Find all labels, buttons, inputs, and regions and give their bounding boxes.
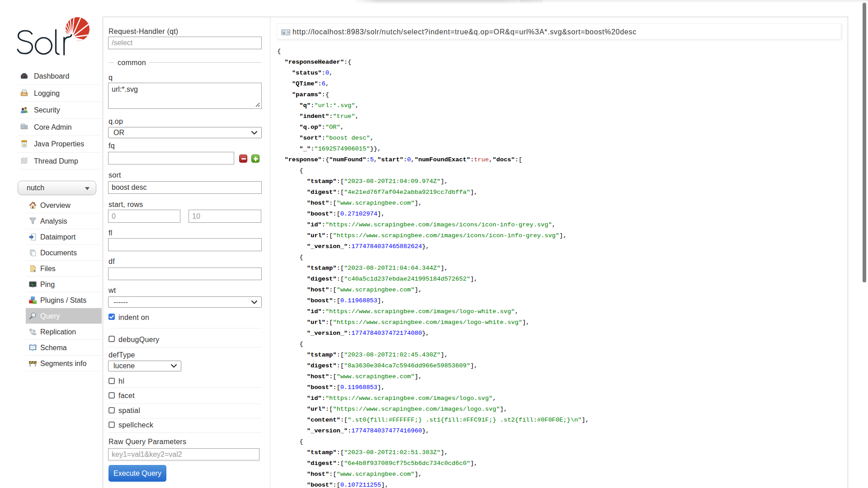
svg-text:a: a [283,31,285,35]
